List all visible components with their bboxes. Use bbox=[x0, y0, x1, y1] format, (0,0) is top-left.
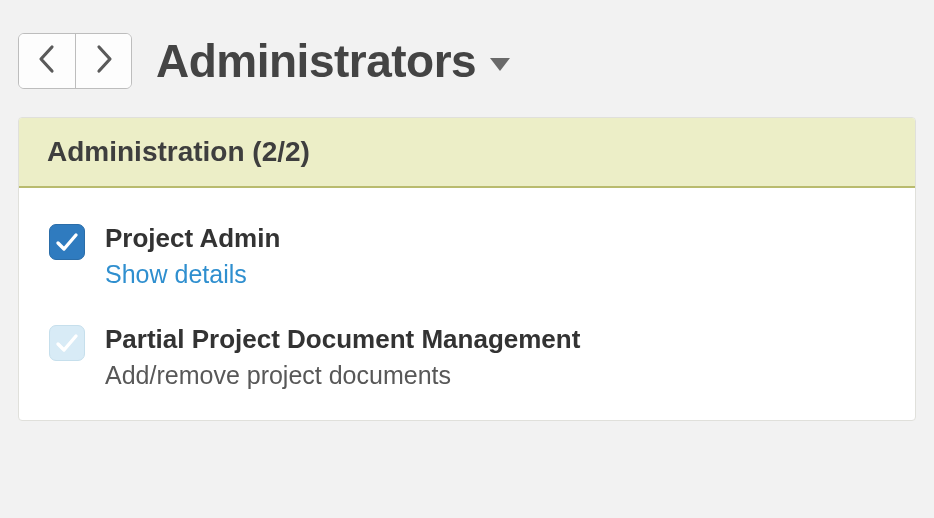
show-details-link[interactable]: Show details bbox=[105, 260, 280, 289]
chevron-left-icon bbox=[36, 44, 58, 78]
group-selector[interactable]: Administrators bbox=[156, 34, 510, 88]
permission-text: Project Admin Show details bbox=[105, 222, 280, 289]
checkmark-icon bbox=[54, 229, 80, 255]
permission-label: Partial Project Document Management bbox=[105, 323, 580, 357]
permission-label: Project Admin bbox=[105, 222, 280, 256]
permission-text: Partial Project Document Management Add/… bbox=[105, 323, 580, 390]
panel-header: Administration (2/2) bbox=[19, 118, 915, 188]
permission-row: Partial Project Document Management Add/… bbox=[49, 323, 885, 390]
permission-row: Project Admin Show details bbox=[49, 222, 885, 289]
checkbox-project-admin[interactable] bbox=[49, 224, 85, 260]
panel-body: Project Admin Show details Partial Proje… bbox=[19, 188, 915, 420]
permission-description: Add/remove project documents bbox=[105, 361, 580, 390]
permissions-panel: Administration (2/2) Project Admin Show … bbox=[18, 117, 916, 421]
forward-button[interactable] bbox=[75, 34, 131, 88]
checkmark-icon bbox=[54, 330, 80, 356]
chevron-down-icon bbox=[490, 58, 510, 71]
nav-button-group bbox=[18, 33, 132, 89]
checkbox-partial-doc-mgmt[interactable] bbox=[49, 325, 85, 361]
page-header: Administrators bbox=[18, 18, 916, 117]
back-button[interactable] bbox=[19, 34, 75, 88]
chevron-right-icon bbox=[93, 44, 115, 78]
page-title: Administrators bbox=[156, 34, 476, 88]
